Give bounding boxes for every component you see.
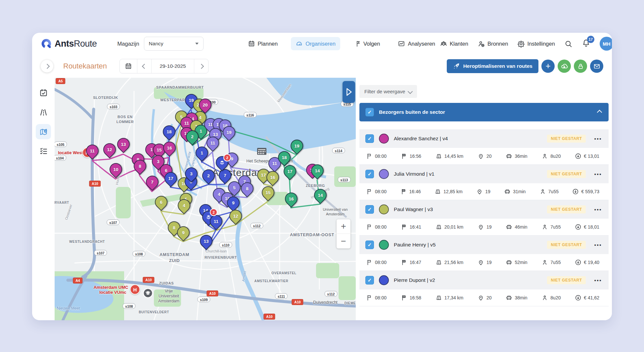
row-menu-button[interactable]: ••• [594, 242, 602, 248]
driver-row-header[interactable]: ✓ Alexandre Sanchez | v4 NIET GESTART ••… [359, 129, 609, 148]
driver-checkbox[interactable]: ✓ [365, 205, 374, 214]
driver-block: ✓ Paul Wagner | v3 NIET GESTART ••• 08:0… [359, 200, 609, 236]
tab-analyseren[interactable]: Analyseren [393, 37, 440, 50]
date-calendar-button[interactable] [120, 59, 137, 73]
rail-item-map[interactable] [36, 124, 51, 139]
avatar[interactable]: MH [600, 37, 612, 51]
driver-stats-row: 08:00 16:56 14,45 km 20 36min 8u20 € 13,… [359, 148, 609, 164]
stat-end: 16:46 [400, 188, 421, 195]
rail-item-tasks[interactable] [36, 144, 51, 159]
road-icon [436, 153, 442, 159]
driver-checkbox[interactable]: ✓ [365, 241, 374, 249]
section-checkbox[interactable]: ✓ [365, 108, 374, 116]
tab-volgen[interactable]: Volgen [349, 37, 385, 50]
stat-drive-time: 31min [504, 188, 526, 195]
map-zoom-controls: + − [337, 219, 350, 248]
driver-color-dot [379, 134, 389, 144]
workspace-select[interactable]: Nancy [144, 37, 204, 51]
workspace-selector-group: Magazijn Nancy [117, 37, 204, 51]
start-flag-icon [366, 188, 373, 195]
collapse-panel-button[interactable] [41, 60, 53, 72]
workspace-label: Magazijn [117, 41, 139, 47]
filter-view-button[interactable]: Filter de weergave [359, 85, 417, 98]
stat-duration: 7u55 [539, 188, 559, 195]
chevron-up-icon [597, 110, 602, 115]
map-pin-icon [478, 224, 484, 230]
euro-download-icon [572, 188, 579, 195]
vehicle-icon [506, 153, 512, 159]
rail-item-planning[interactable] [36, 85, 51, 100]
driver-checkbox[interactable]: ✓ [365, 276, 374, 285]
nav-item-instellingen[interactable]: Instellingen [517, 40, 555, 48]
driver-row-header[interactable]: ✓ Paul Wagner | v3 NIET GESTART ••• [359, 200, 609, 219]
stat-start: 08:00 [366, 294, 387, 301]
map-pin-icon [478, 153, 484, 159]
stat-start: 08:00 [366, 259, 387, 266]
page-background: AntsRoute Magazijn Nancy Plannen Organis… [0, 0, 644, 352]
lock-button[interactable] [574, 60, 587, 73]
stat-end: 16:56 [401, 153, 421, 159]
finish-flag-icon [401, 294, 407, 301]
person-icon [541, 259, 548, 266]
next-day-button[interactable] [194, 59, 208, 73]
rail-item-routes[interactable] [36, 105, 51, 120]
driver-row-header[interactable]: ✓ Pauline Henry | v5 NIET GESTART ••• [359, 236, 609, 254]
add-button[interactable]: + [541, 60, 555, 73]
page-title: Routekaarten [63, 62, 107, 70]
stat-stops: 19 [478, 259, 492, 266]
cloud-download-button[interactable] [558, 60, 571, 73]
current-date[interactable]: 29-10-2025 [151, 59, 194, 73]
panel-toggle-button[interactable] [343, 81, 355, 103]
road-icon [436, 294, 442, 301]
nav-item-bronnen[interactable]: Bronnen [478, 40, 508, 48]
row-menu-button[interactable]: ••• [594, 171, 602, 177]
main-tabs: Plannen Organiseren Volgen Analyseren [243, 37, 440, 50]
status-badge: NIET GESTART [547, 276, 585, 284]
nav-right: Klanten Bronnen Instellingen 17 MH [440, 37, 612, 51]
driver-checkbox[interactable]: ✓ [365, 134, 374, 143]
zoom-out-button[interactable]: − [337, 234, 350, 248]
prev-day-button[interactable] [137, 59, 151, 73]
row-menu-button[interactable]: ••• [594, 136, 602, 142]
chevron-right-icon [44, 64, 50, 69]
start-flag-icon [366, 153, 373, 159]
section-header[interactable]: ✓ Bezorgers buiten de sector [359, 103, 609, 121]
brand-logo[interactable]: AntsRoute [41, 38, 97, 49]
cloud-download-icon [560, 62, 568, 70]
mail-button[interactable] [590, 60, 603, 73]
search-icon[interactable] [564, 40, 573, 48]
status-badge: NIET GESTART [547, 135, 585, 143]
stat-distance: 17,34 km [436, 294, 464, 301]
stat-duration: 8u20 [541, 294, 561, 301]
chevron-right-icon [199, 64, 204, 69]
driver-row-header[interactable]: ✓ Julia Virmond | v1 NIET GESTART ••• [359, 165, 609, 183]
driver-color-dot [379, 240, 389, 250]
nav-item-klanten[interactable]: Klanten [440, 40, 468, 48]
map-pin-icon [478, 259, 484, 266]
driver-stats-row: 08:00 16:58 17,34 km 20 38min 8u20 € 41,… [359, 289, 609, 306]
stat-cost: € 18,01 [575, 224, 599, 230]
driver-list: ✓ Alexandre Sanchez | v4 NIET GESTART ••… [359, 129, 609, 306]
driver-checkbox[interactable]: ✓ [365, 170, 374, 178]
zoom-in-button[interactable]: + [337, 219, 350, 234]
date-picker: 29-10-2025 [119, 59, 208, 73]
map-pin-icon [478, 294, 484, 301]
gauge-icon [296, 40, 303, 47]
notifications-button[interactable]: 17 [582, 39, 590, 49]
map-canvas[interactable]: SPAARNDAMMERBUURTWESTERPARKSLOTERDIJKBOS… [55, 78, 356, 320]
checklist-icon [39, 147, 48, 156]
driver-row-header[interactable]: ✓ Pierre Dupont | v2 NIET GESTART ••• [359, 271, 609, 289]
calendar-icon [125, 63, 132, 70]
stat-cost: € 559,73 [572, 188, 599, 195]
stat-distance: 21,56 km [436, 259, 464, 266]
row-menu-button[interactable]: ••• [594, 207, 602, 212]
chevron-left-icon [142, 64, 147, 69]
map-pin-icon [39, 127, 48, 136]
status-badge: NIET GESTART [547, 241, 585, 249]
left-rail [32, 78, 55, 320]
euro-download-icon [575, 224, 581, 230]
row-menu-button[interactable]: ••• [594, 278, 602, 283]
reoptimize-routes-button[interactable]: Heroptimaliseren van routes [447, 59, 538, 73]
tab-plannen[interactable]: Plannen [243, 37, 283, 50]
tab-organiseren[interactable]: Organiseren [291, 37, 340, 50]
